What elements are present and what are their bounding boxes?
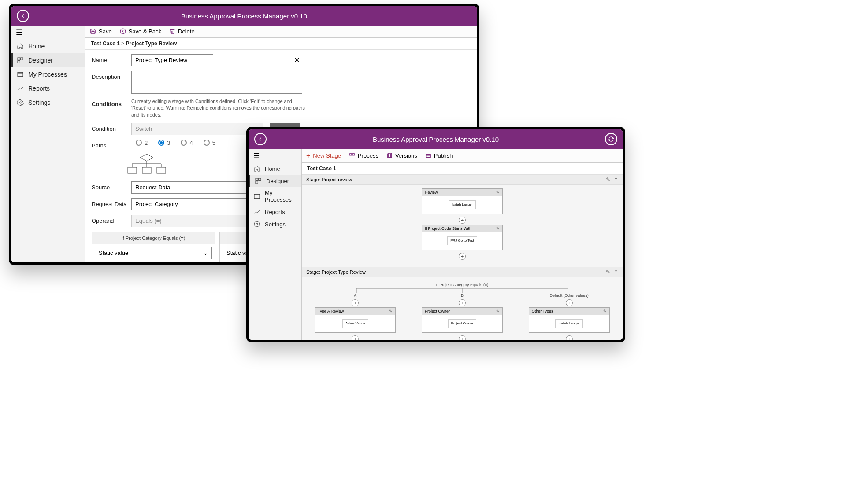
nav-home[interactable]: Home <box>249 162 301 175</box>
card-project-owner[interactable]: Project Owner✎ Project Owner <box>422 307 503 333</box>
condition-value: Switch <box>135 125 152 132</box>
pencil-icon[interactable]: ✎ <box>496 309 500 313</box>
collapse-icon[interactable]: ⌃ <box>614 177 618 183</box>
user-box: Isaiah Langer <box>449 200 476 209</box>
move-down-icon[interactable]: ↓ <box>600 269 602 275</box>
breadcrumb-root[interactable]: Test Case 1 <box>91 40 120 47</box>
paths-option-2[interactable]: 2 <box>136 140 148 146</box>
condition-select: Switch ⌄ <box>131 123 263 135</box>
add-button[interactable]: + <box>566 335 573 340</box>
new-stage-button[interactable]: +New Stage <box>306 152 341 160</box>
stage-title: Stage: Project review <box>306 177 352 182</box>
reports-icon <box>17 85 24 92</box>
chevron-down-icon: ⌄ <box>203 250 208 256</box>
processes-icon <box>253 193 260 200</box>
toolbar: Save Save & Back Delete <box>85 26 477 38</box>
delete-button[interactable]: Delete <box>169 28 195 35</box>
svg-rect-13 <box>128 167 137 173</box>
home-icon <box>17 43 24 50</box>
titlebar: Business Approval Process Manager v0.10 <box>249 129 623 149</box>
description-input[interactable] <box>131 71 302 94</box>
nav-home[interactable]: Home <box>11 39 85 53</box>
publish-button[interactable]: Publish <box>425 152 453 159</box>
nav-settings[interactable]: Settings <box>249 218 301 230</box>
add-button[interactable]: + <box>459 217 466 224</box>
card-other-types[interactable]: Other Types✎ Isaiah Langer <box>529 307 610 333</box>
nav-settings[interactable]: Settings <box>11 96 85 110</box>
add-button[interactable]: + <box>459 299 466 306</box>
col-a-value-input[interactable] <box>95 262 212 262</box>
description-label: Description <box>92 71 131 80</box>
save-back-button[interactable]: Save & Back <box>120 28 161 35</box>
nav-designer[interactable]: Designer <box>11 53 85 67</box>
request-data-label: Request Data <box>92 198 131 207</box>
nav-reports[interactable]: Reports <box>249 206 301 218</box>
app-title: Business Approval Process Manager v0.10 <box>249 136 623 143</box>
svg-point-20 <box>256 223 258 225</box>
delete-label: Delete <box>178 28 195 35</box>
svg-rect-15 <box>157 167 166 173</box>
nav-label: Home <box>28 43 45 50</box>
designer-icon <box>255 177 262 184</box>
sidebar: ☰ Home Designer My Processes Reports Set… <box>11 26 85 262</box>
processes-icon <box>17 71 24 78</box>
name-input[interactable] <box>131 54 213 66</box>
source-label: Source <box>92 181 131 191</box>
clear-icon[interactable]: ✕ <box>294 56 300 64</box>
paths-option-5[interactable]: 5 <box>204 140 215 146</box>
branch-connector <box>339 288 586 293</box>
process-button[interactable]: Process <box>349 152 378 159</box>
svg-rect-3 <box>18 72 23 76</box>
edit-icon[interactable]: ✎ <box>606 269 610 275</box>
hamburger-icon[interactable]: ☰ <box>11 26 85 39</box>
add-button[interactable]: + <box>352 335 359 340</box>
pencil-icon[interactable]: ✎ <box>496 226 500 231</box>
nav-designer[interactable]: Designer <box>249 175 301 187</box>
canvas: Stage: Project review ✎ ⌃ Review✎ Isaiah… <box>302 175 623 340</box>
pencil-icon[interactable]: ✎ <box>496 190 500 195</box>
svg-rect-19 <box>254 194 260 198</box>
svg-rect-22 <box>350 153 352 155</box>
save-button[interactable]: Save <box>90 28 112 35</box>
add-button[interactable]: + <box>352 299 359 306</box>
nav-my-processes[interactable]: My Processes <box>249 187 301 206</box>
condition-label: Condition <box>92 123 131 132</box>
svg-rect-26 <box>426 154 431 157</box>
paths-option-3[interactable]: 3 <box>158 140 170 146</box>
col-a-type-select[interactable]: Static value⌄ <box>95 247 212 259</box>
svg-point-5 <box>19 102 21 103</box>
collapse-icon[interactable]: ⌃ <box>614 269 618 275</box>
pencil-icon[interactable]: ✎ <box>603 309 607 313</box>
save-label: Save <box>99 28 112 35</box>
paths-label: Paths <box>92 140 131 149</box>
breadcrumb: Test Case 1 > Project Type Review <box>85 38 477 50</box>
svg-marker-7 <box>140 154 153 161</box>
operand-label: Operand <box>92 215 131 224</box>
switch-header: If Project Category Equals (=) <box>92 232 215 244</box>
edit-icon[interactable]: ✎ <box>606 177 610 183</box>
stage-project-type-review: Stage: Project Type Review ↓ ✎ ⌃ If Proj… <box>302 267 623 340</box>
add-button[interactable]: + <box>566 299 573 306</box>
branch-b: B + Project Owner✎ Project Owner + <box>418 293 506 340</box>
add-button[interactable]: + <box>459 335 466 340</box>
card-review[interactable]: Review✎ Isaiah Langer <box>422 188 503 214</box>
nav-my-processes[interactable]: My Processes <box>11 67 85 81</box>
hamburger-icon[interactable]: ☰ <box>249 149 301 162</box>
nav-reports[interactable]: Reports <box>11 81 85 96</box>
add-button[interactable]: + <box>459 253 466 260</box>
svg-rect-23 <box>352 153 354 155</box>
condition-title: If Project Category Equals (=) <box>436 283 488 287</box>
svg-rect-1 <box>21 58 23 60</box>
app-title: Business Approval Process Manager v0.10 <box>11 12 477 20</box>
svg-point-21 <box>254 221 260 227</box>
designer-icon <box>17 57 24 64</box>
save-back-label: Save & Back <box>129 28 161 35</box>
sidebar: ☰ Home Designer My Processes Reports Set… <box>249 149 302 340</box>
versions-button[interactable]: Versions <box>386 152 417 159</box>
pencil-icon[interactable]: ✎ <box>389 309 393 313</box>
card-type-a-review[interactable]: Type A Review✎ Adele Vance <box>315 307 396 333</box>
home-icon <box>253 165 260 172</box>
paths-option-4[interactable]: 4 <box>181 140 193 146</box>
card-condition[interactable]: If Project Code Starts With✎ PRJ Go to T… <box>422 225 503 250</box>
gear-icon <box>17 99 24 106</box>
